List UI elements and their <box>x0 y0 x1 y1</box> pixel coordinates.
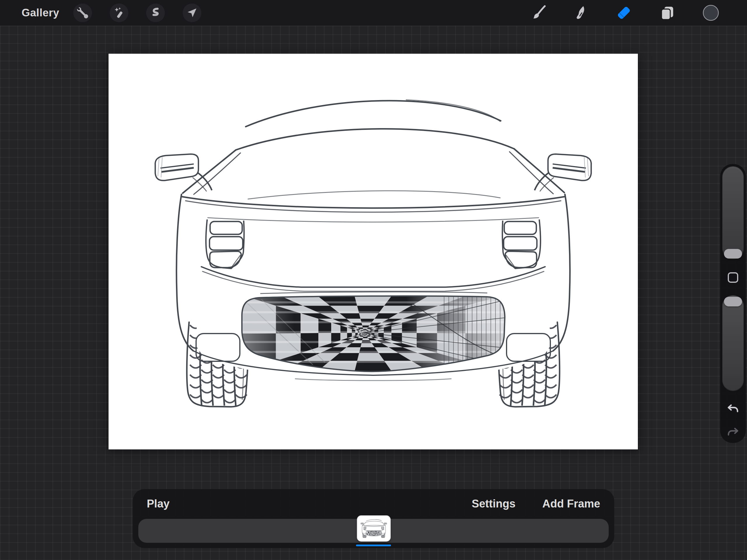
transform-arrow-icon <box>186 7 198 18</box>
redo-button[interactable] <box>727 426 740 439</box>
frame-thumbnail-art <box>357 516 390 541</box>
animation-panel: Play Settings Add Frame <box>133 489 614 548</box>
add-frame-button[interactable]: Add Frame <box>542 498 600 510</box>
wrench-icon <box>77 7 88 18</box>
settings-button[interactable]: Settings <box>472 498 516 510</box>
adjustments-button[interactable] <box>110 3 128 22</box>
top-toolbar: Gallery <box>0 0 747 26</box>
color-button[interactable] <box>702 4 720 22</box>
eraser-button[interactable] <box>615 4 633 22</box>
modify-button[interactable] <box>728 272 738 283</box>
eraser-icon <box>615 4 633 22</box>
paint-brush-icon <box>531 4 547 21</box>
gallery-button[interactable]: Gallery <box>22 0 59 26</box>
frame-active-indicator <box>356 544 391 546</box>
layers-icon <box>659 4 675 21</box>
transform-button[interactable] <box>183 3 201 22</box>
smudge-finger-icon <box>573 4 590 21</box>
gallery-label: Gallery <box>22 7 59 19</box>
undo-button[interactable] <box>727 403 740 415</box>
opacity-handle[interactable] <box>724 297 742 306</box>
smudge-button[interactable] <box>572 4 590 22</box>
drawing-canvas[interactable] <box>108 54 638 450</box>
color-swatch-icon <box>702 4 720 22</box>
brush-size-handle[interactable] <box>724 249 742 258</box>
selection-s-icon <box>150 7 161 19</box>
car-sketch <box>108 54 638 450</box>
actions-button[interactable] <box>73 3 92 22</box>
opacity-slider[interactable] <box>722 295 744 391</box>
brush-button[interactable] <box>530 4 548 22</box>
brush-size-slider[interactable] <box>722 166 744 259</box>
redo-icon <box>727 435 740 440</box>
play-button[interactable]: Play <box>147 498 170 510</box>
side-toolbar <box>720 164 746 443</box>
layers-button[interactable] <box>658 4 676 22</box>
frame-thumbnail[interactable] <box>357 516 390 541</box>
selections-button[interactable] <box>146 3 165 22</box>
magic-wand-icon <box>113 7 125 19</box>
undo-icon <box>727 411 740 416</box>
